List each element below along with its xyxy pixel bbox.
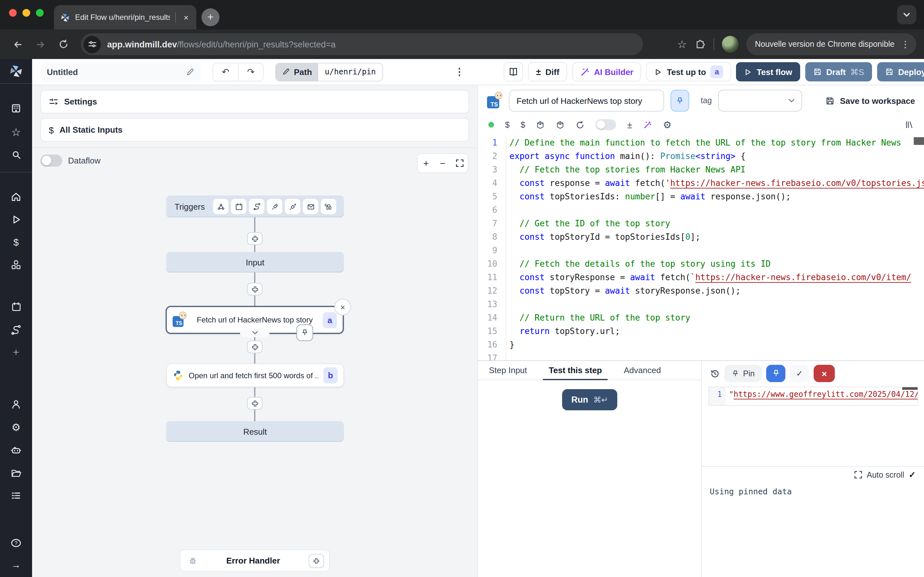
reload-icon[interactable] — [576, 120, 585, 129]
forward-button[interactable] — [31, 35, 50, 54]
pinned-data-editor[interactable]: 1 "https://www.geoffreylitt.com/2025/04/… — [708, 387, 918, 406]
profile-avatar[interactable] — [722, 36, 738, 53]
fit-view-button[interactable] — [451, 159, 468, 167]
path-pill[interactable]: Path u/henri/pin — [275, 63, 383, 81]
pin-button[interactable]: Pin — [724, 365, 762, 382]
tag-select[interactable] — [718, 90, 803, 111]
settings-row[interactable]: Settings — [40, 90, 469, 113]
step-node-b[interactable]: Open url and fetch first 500 words of ..… — [166, 364, 344, 387]
site-settings-icon[interactable] — [83, 35, 101, 53]
edit-name-pencil-icon[interactable] — [186, 68, 194, 76]
undo-button[interactable]: ↶ — [213, 63, 238, 81]
package-icon[interactable] — [556, 120, 565, 129]
zoom-out-button[interactable]: − — [435, 158, 451, 169]
accept-button[interactable]: ✓ — [790, 365, 809, 382]
deploy-button[interactable]: Deploy — [877, 62, 924, 81]
kafka-trigger-icon[interactable] — [285, 199, 300, 214]
browser-menu-icon[interactable]: ⋮ — [898, 39, 913, 49]
sidebar-item-users[interactable] — [0, 399, 32, 410]
more-options-kebab-icon[interactable]: ⋮ — [455, 66, 464, 77]
tab-test-this-step[interactable]: Test this step — [538, 361, 613, 380]
dataflow-toggle[interactable] — [40, 155, 62, 167]
pin-step-button[interactable] — [670, 90, 689, 111]
chrome-update-pill[interactable]: Nouvelle version de Chrome disponible ⋮ — [746, 33, 916, 55]
test-flow-button[interactable]: Test flow — [736, 62, 800, 81]
sidebar-item-workspace[interactable] — [0, 103, 32, 114]
triggers-node[interactable]: Triggers — [166, 195, 344, 218]
sidebar-item-workers[interactable] — [0, 444, 32, 456]
add-step-button[interactable] — [247, 232, 262, 245]
sidebar-item-routes[interactable] — [0, 324, 32, 336]
input-node[interactable]: Input — [166, 252, 344, 272]
docs-button[interactable] — [504, 62, 523, 81]
add-step-button[interactable] — [247, 283, 262, 295]
sidebar-item-home[interactable] — [0, 191, 32, 203]
delete-step-button[interactable]: × — [334, 299, 351, 316]
library-icon[interactable] — [904, 120, 914, 129]
redo-button[interactable]: ↷ — [238, 63, 263, 81]
sidebar-settings-gear-icon[interactable]: ⚙ — [0, 421, 32, 434]
sidebar-item-runs[interactable] — [0, 214, 32, 225]
websocket-trigger-icon[interactable] — [267, 199, 282, 214]
back-button[interactable] — [8, 35, 27, 54]
minimize-window-button[interactable] — [23, 9, 30, 17]
sidebar-item-schedules[interactable] — [0, 301, 32, 312]
flow-name-box[interactable]: Untitled — [40, 63, 201, 81]
step-name-input[interactable]: Fetch url of HackerNews top story — [509, 90, 664, 111]
package-icon[interactable] — [536, 120, 545, 129]
pinned-data-badge[interactable] — [296, 324, 313, 341]
editor-toggle[interactable] — [596, 119, 616, 130]
auto-scroll-control[interactable]: Auto scroll ✓ — [854, 470, 916, 480]
all-static-inputs-row[interactable]: $ All Static Inputs — [40, 118, 469, 142]
editor-scrollbar-thumb[interactable] — [914, 137, 924, 145]
webhook-trigger-icon[interactable] — [213, 199, 228, 214]
poll-trigger-icon[interactable] — [321, 199, 336, 214]
email-trigger-icon[interactable] — [303, 199, 318, 214]
fullscreen-window-button[interactable] — [36, 9, 44, 17]
http-route-trigger-icon[interactable] — [249, 199, 264, 214]
windmill-logo[interactable] — [0, 64, 32, 78]
add-error-handler-button[interactable] — [309, 554, 324, 568]
expand-step-chevron[interactable] — [240, 328, 270, 337]
address-bar[interactable]: app.windmill.dev/flows/edit/u/henri/pin_… — [81, 33, 643, 55]
sidebar-item-variables[interactable]: $ — [0, 237, 32, 247]
step-node-a-selected[interactable]: TS Fetch url of HackerNews top story a × — [166, 306, 344, 334]
add-step-button[interactable] — [247, 397, 262, 410]
search-icon[interactable] — [0, 149, 32, 160]
diff-plus-minus-icon[interactable]: ± — [627, 119, 632, 130]
sidebar-item-folders[interactable] — [0, 467, 32, 479]
test-up-to-button[interactable]: Test up to a — [646, 62, 731, 81]
tab-search-button[interactable] — [897, 5, 916, 24]
bookmark-star-icon[interactable]: ☆ — [677, 37, 687, 51]
run-button[interactable]: Run ⌘↵ — [562, 389, 617, 410]
sidebar-item-logs[interactable] — [0, 490, 32, 501]
schedule-trigger-icon[interactable] — [231, 199, 246, 214]
code-editor[interactable]: 1// Define the main function to fetch th… — [478, 133, 924, 360]
close-window-button[interactable] — [9, 9, 17, 17]
ai-wand-icon[interactable] — [643, 120, 652, 129]
sidebar-add-icon[interactable]: + — [0, 346, 32, 359]
collapse-sidebar-arrow-icon[interactable]: → — [0, 559, 32, 570]
extensions-icon[interactable] — [695, 39, 706, 50]
draft-button[interactable]: Draft ⌘S — [805, 62, 872, 81]
browser-tab[interactable]: Edit Flow u/henri/pin_results × — [54, 5, 196, 29]
diff-button[interactable]: ± Diff — [528, 62, 567, 81]
pinned-active-button[interactable] — [766, 365, 785, 382]
help-icon[interactable]: ? — [0, 537, 32, 549]
new-tab-button[interactable]: + — [202, 8, 220, 26]
save-to-workspace-button[interactable]: Save to workspace — [825, 96, 915, 105]
sidebar-item-resources[interactable] — [0, 259, 32, 271]
favorites-star-icon[interactable]: ☆ — [0, 126, 32, 139]
variables-icon[interactable]: $ — [505, 120, 509, 129]
tab-step-input[interactable]: Step Input — [478, 361, 538, 380]
zoom-in-button[interactable]: + — [418, 158, 435, 169]
result-node[interactable]: Result — [166, 421, 344, 442]
editor-settings-gear-icon[interactable]: ⚙ — [663, 119, 672, 131]
history-icon[interactable] — [710, 368, 720, 379]
resources-dollar-icon[interactable]: $ — [520, 120, 525, 129]
add-step-button[interactable] — [247, 340, 262, 353]
tab-close-icon[interactable]: × — [181, 12, 191, 23]
ai-builder-button[interactable]: AI Builder — [572, 62, 641, 81]
reload-button[interactable] — [54, 35, 73, 54]
flow-canvas[interactable]: Dataflow + − Triggers — [32, 148, 477, 577]
